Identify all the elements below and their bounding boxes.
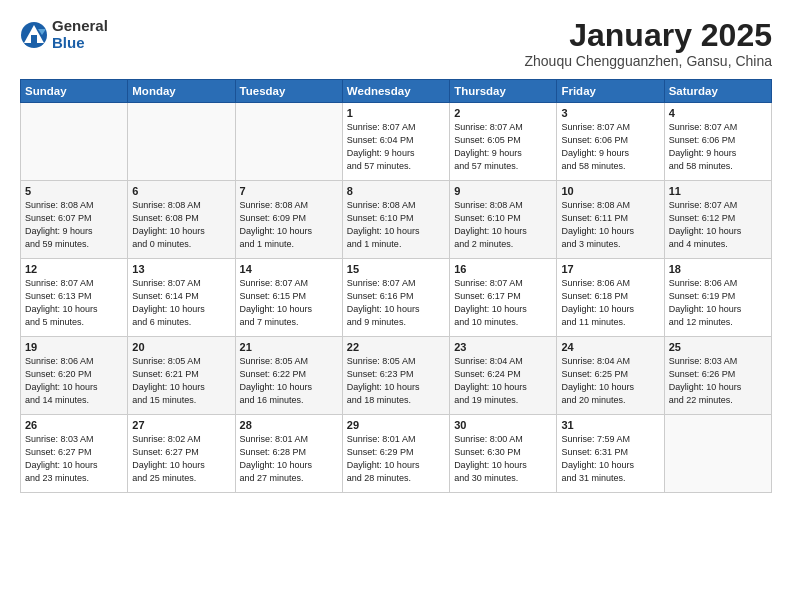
calendar-cell xyxy=(21,103,128,181)
day-info: Sunrise: 8:05 AM Sunset: 6:21 PM Dayligh… xyxy=(132,355,230,407)
day-number: 12 xyxy=(25,263,123,275)
day-info: Sunrise: 8:08 AM Sunset: 6:07 PM Dayligh… xyxy=(25,199,123,251)
day-info: Sunrise: 8:06 AM Sunset: 6:19 PM Dayligh… xyxy=(669,277,767,329)
day-number: 15 xyxy=(347,263,445,275)
day-info: Sunrise: 8:07 AM Sunset: 6:06 PM Dayligh… xyxy=(669,121,767,173)
day-info: Sunrise: 8:05 AM Sunset: 6:22 PM Dayligh… xyxy=(240,355,338,407)
calendar-cell: 15Sunrise: 8:07 AM Sunset: 6:16 PM Dayli… xyxy=(342,259,449,337)
calendar-cell: 3Sunrise: 8:07 AM Sunset: 6:06 PM Daylig… xyxy=(557,103,664,181)
calendar-cell: 30Sunrise: 8:00 AM Sunset: 6:30 PM Dayli… xyxy=(450,415,557,493)
day-number: 16 xyxy=(454,263,552,275)
day-number: 30 xyxy=(454,419,552,431)
weekday-header: Thursday xyxy=(450,80,557,103)
day-info: Sunrise: 7:59 AM Sunset: 6:31 PM Dayligh… xyxy=(561,433,659,485)
day-number: 5 xyxy=(25,185,123,197)
logo-general: General xyxy=(52,18,108,35)
day-info: Sunrise: 8:03 AM Sunset: 6:26 PM Dayligh… xyxy=(669,355,767,407)
title-block: January 2025 Zhouqu Chengguanzhen, Gansu… xyxy=(524,18,772,69)
weekday-header: Monday xyxy=(128,80,235,103)
day-number: 28 xyxy=(240,419,338,431)
day-info: Sunrise: 8:08 AM Sunset: 6:09 PM Dayligh… xyxy=(240,199,338,251)
calendar-cell: 1Sunrise: 8:07 AM Sunset: 6:04 PM Daylig… xyxy=(342,103,449,181)
calendar-week-row: 12Sunrise: 8:07 AM Sunset: 6:13 PM Dayli… xyxy=(21,259,772,337)
calendar-cell: 8Sunrise: 8:08 AM Sunset: 6:10 PM Daylig… xyxy=(342,181,449,259)
day-info: Sunrise: 8:08 AM Sunset: 6:11 PM Dayligh… xyxy=(561,199,659,251)
day-number: 10 xyxy=(561,185,659,197)
calendar-cell: 14Sunrise: 8:07 AM Sunset: 6:15 PM Dayli… xyxy=(235,259,342,337)
day-number: 3 xyxy=(561,107,659,119)
calendar-cell: 9Sunrise: 8:08 AM Sunset: 6:10 PM Daylig… xyxy=(450,181,557,259)
day-number: 25 xyxy=(669,341,767,353)
day-number: 24 xyxy=(561,341,659,353)
calendar-cell: 21Sunrise: 8:05 AM Sunset: 6:22 PM Dayli… xyxy=(235,337,342,415)
day-info: Sunrise: 8:07 AM Sunset: 6:16 PM Dayligh… xyxy=(347,277,445,329)
calendar-week-row: 19Sunrise: 8:06 AM Sunset: 6:20 PM Dayli… xyxy=(21,337,772,415)
svg-rect-2 xyxy=(31,35,37,43)
calendar-cell xyxy=(664,415,771,493)
day-info: Sunrise: 8:01 AM Sunset: 6:28 PM Dayligh… xyxy=(240,433,338,485)
calendar-week-row: 5Sunrise: 8:08 AM Sunset: 6:07 PM Daylig… xyxy=(21,181,772,259)
day-info: Sunrise: 8:02 AM Sunset: 6:27 PM Dayligh… xyxy=(132,433,230,485)
day-number: 1 xyxy=(347,107,445,119)
day-info: Sunrise: 8:07 AM Sunset: 6:06 PM Dayligh… xyxy=(561,121,659,173)
calendar-cell: 13Sunrise: 8:07 AM Sunset: 6:14 PM Dayli… xyxy=(128,259,235,337)
calendar-cell: 4Sunrise: 8:07 AM Sunset: 6:06 PM Daylig… xyxy=(664,103,771,181)
weekday-header: Wednesday xyxy=(342,80,449,103)
weekday-header: Tuesday xyxy=(235,80,342,103)
day-info: Sunrise: 8:00 AM Sunset: 6:30 PM Dayligh… xyxy=(454,433,552,485)
day-number: 22 xyxy=(347,341,445,353)
calendar-cell xyxy=(128,103,235,181)
logo-icon xyxy=(20,21,48,49)
calendar-week-row: 26Sunrise: 8:03 AM Sunset: 6:27 PM Dayli… xyxy=(21,415,772,493)
calendar-subtitle: Zhouqu Chengguanzhen, Gansu, China xyxy=(524,53,772,69)
calendar-cell: 16Sunrise: 8:07 AM Sunset: 6:17 PM Dayli… xyxy=(450,259,557,337)
weekday-header: Saturday xyxy=(664,80,771,103)
day-number: 7 xyxy=(240,185,338,197)
day-number: 21 xyxy=(240,341,338,353)
day-number: 31 xyxy=(561,419,659,431)
day-number: 9 xyxy=(454,185,552,197)
day-info: Sunrise: 8:07 AM Sunset: 6:15 PM Dayligh… xyxy=(240,277,338,329)
calendar-cell: 6Sunrise: 8:08 AM Sunset: 6:08 PM Daylig… xyxy=(128,181,235,259)
calendar-cell: 7Sunrise: 8:08 AM Sunset: 6:09 PM Daylig… xyxy=(235,181,342,259)
day-info: Sunrise: 8:04 AM Sunset: 6:24 PM Dayligh… xyxy=(454,355,552,407)
calendar-cell: 2Sunrise: 8:07 AM Sunset: 6:05 PM Daylig… xyxy=(450,103,557,181)
day-info: Sunrise: 8:07 AM Sunset: 6:13 PM Dayligh… xyxy=(25,277,123,329)
day-info: Sunrise: 8:07 AM Sunset: 6:05 PM Dayligh… xyxy=(454,121,552,173)
day-number: 2 xyxy=(454,107,552,119)
day-info: Sunrise: 8:08 AM Sunset: 6:10 PM Dayligh… xyxy=(454,199,552,251)
calendar-cell: 25Sunrise: 8:03 AM Sunset: 6:26 PM Dayli… xyxy=(664,337,771,415)
calendar-cell: 23Sunrise: 8:04 AM Sunset: 6:24 PM Dayli… xyxy=(450,337,557,415)
day-number: 19 xyxy=(25,341,123,353)
header-row: SundayMondayTuesdayWednesdayThursdayFrid… xyxy=(21,80,772,103)
calendar-cell: 31Sunrise: 7:59 AM Sunset: 6:31 PM Dayli… xyxy=(557,415,664,493)
day-number: 27 xyxy=(132,419,230,431)
day-number: 29 xyxy=(347,419,445,431)
calendar-cell: 18Sunrise: 8:06 AM Sunset: 6:19 PM Dayli… xyxy=(664,259,771,337)
day-number: 14 xyxy=(240,263,338,275)
day-info: Sunrise: 8:06 AM Sunset: 6:20 PM Dayligh… xyxy=(25,355,123,407)
calendar-cell: 27Sunrise: 8:02 AM Sunset: 6:27 PM Dayli… xyxy=(128,415,235,493)
calendar-title: January 2025 xyxy=(524,18,772,53)
day-info: Sunrise: 8:06 AM Sunset: 6:18 PM Dayligh… xyxy=(561,277,659,329)
calendar-cell: 5Sunrise: 8:08 AM Sunset: 6:07 PM Daylig… xyxy=(21,181,128,259)
calendar-week-row: 1Sunrise: 8:07 AM Sunset: 6:04 PM Daylig… xyxy=(21,103,772,181)
day-info: Sunrise: 8:05 AM Sunset: 6:23 PM Dayligh… xyxy=(347,355,445,407)
day-number: 11 xyxy=(669,185,767,197)
day-info: Sunrise: 8:03 AM Sunset: 6:27 PM Dayligh… xyxy=(25,433,123,485)
calendar-cell: 26Sunrise: 8:03 AM Sunset: 6:27 PM Dayli… xyxy=(21,415,128,493)
calendar-cell: 24Sunrise: 8:04 AM Sunset: 6:25 PM Dayli… xyxy=(557,337,664,415)
day-info: Sunrise: 8:01 AM Sunset: 6:29 PM Dayligh… xyxy=(347,433,445,485)
calendar-cell: 12Sunrise: 8:07 AM Sunset: 6:13 PM Dayli… xyxy=(21,259,128,337)
logo-blue: Blue xyxy=(52,35,108,52)
header: General Blue January 2025 Zhouqu Chenggu… xyxy=(20,18,772,69)
day-info: Sunrise: 8:08 AM Sunset: 6:10 PM Dayligh… xyxy=(347,199,445,251)
day-number: 23 xyxy=(454,341,552,353)
calendar-cell: 29Sunrise: 8:01 AM Sunset: 6:29 PM Dayli… xyxy=(342,415,449,493)
weekday-header: Sunday xyxy=(21,80,128,103)
day-number: 17 xyxy=(561,263,659,275)
calendar-table: SundayMondayTuesdayWednesdayThursdayFrid… xyxy=(20,79,772,493)
day-number: 20 xyxy=(132,341,230,353)
calendar-cell: 22Sunrise: 8:05 AM Sunset: 6:23 PM Dayli… xyxy=(342,337,449,415)
day-number: 13 xyxy=(132,263,230,275)
